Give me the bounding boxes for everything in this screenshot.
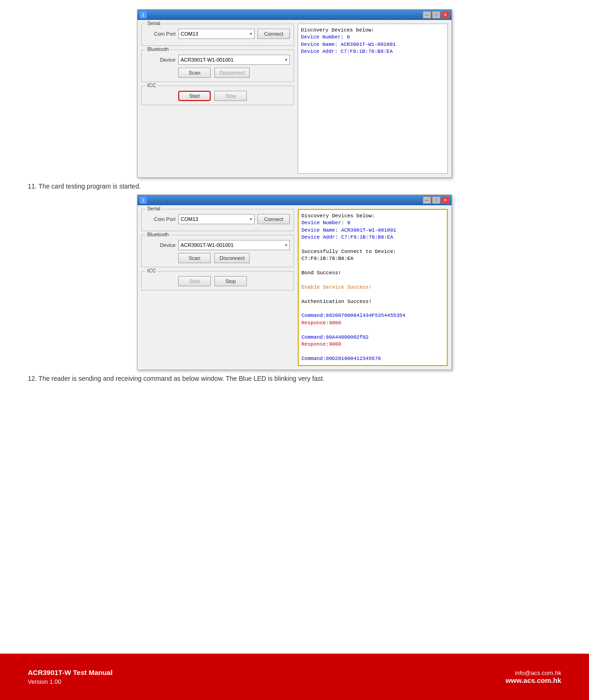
dialog2-titlebar: i — □ ✕ [138, 195, 451, 205]
bluetooth-label: Bluetooth [145, 46, 170, 52]
d2-log-line-20 [301, 348, 444, 355]
dialog1-log: Discovery Devices below: Device Number: … [298, 24, 448, 174]
icc-buttons: Start Stop [178, 91, 290, 101]
dialog2-serial-content: Com Port COM13 Connect [145, 214, 290, 224]
d2-log-line-3: Device Name: ACR3901T-W1-001001 [301, 227, 444, 234]
dialog2-scan-button[interactable]: Scan [178, 253, 211, 263]
d2-log-line-1: Discovery Devices below: [301, 213, 444, 220]
dialog2-disconnect-button[interactable]: Disconnect [214, 253, 250, 263]
serial-label: Serial [145, 20, 162, 26]
d2-log-line-18: Command:80A44000002f02 [301, 334, 444, 341]
footer-left: ACR3901T-W Test Manual Version 1.00 [28, 668, 113, 685]
dialog2-body: Serial Com Port COM13 Connect [138, 205, 451, 370]
dialog2: i — □ ✕ Serial Com Port COM13 [137, 195, 452, 370]
minimize-button[interactable]: — [423, 11, 431, 19]
dialog2-icc-label: ICC [145, 268, 158, 273]
footer: ACR3901T-W Test Manual Version 1.00 info… [0, 654, 589, 700]
bluetooth-buttons: Scan Disconnect [178, 68, 290, 78]
restore-button[interactable]: □ [432, 11, 440, 19]
d2-log-line-5 [301, 241, 444, 248]
device-select-wrapper: ACR3901T-W1-001001 [178, 55, 290, 65]
d2-log-line-4: Device Addr: C7:F9:1B:78:B8:EA [301, 234, 444, 241]
d2-log-line-12 [301, 291, 444, 298]
start-button[interactable]: Start [178, 91, 211, 101]
footer-email: info@acs.com.hk [506, 669, 561, 676]
dialog2-log-text: Discovery Devices below: Device Number: … [301, 213, 444, 362]
dialog2-icc-buttons: Start Stop [178, 276, 290, 286]
dialog1-left-panel: Serial Com Port COM13 Connect [141, 24, 294, 174]
dialog2-comport-select-wrapper: COM13 [178, 214, 255, 224]
dialog2-comport-row: Com Port COM13 Connect [145, 214, 290, 224]
stop-button[interactable]: Stop [214, 91, 247, 101]
dialog2-controls: — □ ✕ [423, 196, 450, 204]
dialog1-body: Serial Com Port COM13 Connect [138, 20, 451, 177]
dialog2-serial-groupbox: Serial Com Port COM13 Connect [141, 209, 294, 231]
disconnect-button[interactable]: Disconnect [214, 68, 250, 78]
icc-content: Start Stop [145, 91, 290, 101]
dialog2-comport-label: Com Port [145, 216, 175, 222]
dialog2-log: Discovery Devices below: Device Number: … [298, 209, 448, 366]
dialog2-bluetooth-groupbox: Bluetooth Device ACR3901T-W1-001001 Scan [141, 235, 294, 267]
comport-label: Com Port [145, 31, 175, 37]
dialog2-restore-button[interactable]: □ [432, 196, 440, 204]
footer-title: ACR3901T-W Test Manual [28, 668, 113, 676]
d2-log-line-10 [301, 277, 444, 284]
serial-content: Com Port COM13 Connect [145, 29, 290, 39]
dialog2-comport-select[interactable]: COM13 [178, 214, 255, 224]
dialog2-icc-content: Start Stop [145, 276, 290, 286]
dialog2-device-select[interactable]: ACR3901T-W1-001001 [178, 240, 290, 250]
dialog2-start-button[interactable]: Start [178, 276, 211, 286]
log-line-3: Device Name: ACR3901T-W1-001001 [301, 41, 445, 48]
icc-groupbox: ICC Start Stop [141, 86, 294, 105]
footer-website: www.acs.com.hk [506, 676, 561, 684]
connect-button[interactable]: Connect [257, 29, 290, 39]
footer-version: Version 1.00 [28, 678, 113, 685]
dialog1-log-text: Discovery Devices below: Device Number: … [301, 27, 445, 56]
dialog2-serial-label: Serial [145, 206, 162, 211]
comport-select-wrapper: COM13 [178, 29, 255, 39]
dialog2-device-select-wrapper: ACR3901T-W1-001001 [178, 240, 290, 250]
d2-log-line-9: Bond Success! [301, 270, 444, 277]
dialog2-device-row: Device ACR3901T-W1-001001 [145, 240, 290, 250]
d2-log-line-19: Response:9000 [301, 341, 444, 348]
device-row: Device ACR3901T-W1-001001 [145, 55, 290, 65]
dialog2-icc-groupbox: ICC Start Stop [141, 271, 294, 290]
scan-button[interactable]: Scan [178, 68, 211, 78]
d2-log-line-15: Command:80200700084l434F5354455354 [301, 312, 444, 319]
d2-log-line-21: Command:00D201000412345678 [301, 355, 444, 362]
d2-log-line-17 [301, 327, 444, 334]
dialog2-connect-button[interactable]: Connect [257, 214, 290, 224]
bluetooth-content: Device ACR3901T-W1-001001 Scan Disconnec… [145, 55, 290, 78]
comport-select[interactable]: COM13 [178, 29, 255, 39]
dialog2-bluetooth-buttons: Scan Disconnect [178, 253, 290, 263]
comport-row: Com Port COM13 Connect [145, 29, 290, 39]
serial-groupbox: Serial Com Port COM13 Connect [141, 24, 294, 46]
dialog1-icon: i [139, 11, 147, 19]
d2-log-line-11: Enable Service Success! [301, 284, 444, 291]
log-line-1: Discovery Devices below: [301, 27, 445, 34]
dialog2-minimize-button[interactable]: — [423, 196, 431, 204]
close-button[interactable]: ✕ [441, 11, 450, 19]
device-label: Device [145, 57, 175, 63]
log-line-2: Device Number: 0 [301, 34, 445, 41]
step11-text: 11. The card testing program is started. [28, 183, 561, 190]
dialog1-controls: — □ ✕ [423, 11, 450, 19]
device-select[interactable]: ACR3901T-W1-001001 [178, 55, 290, 65]
d2-log-line-2: Device Number: 0 [301, 220, 444, 227]
dialog2-device-label: Device [145, 242, 175, 248]
step12-text: 12. The reader is sending and receiving … [28, 375, 561, 382]
dialog1: i — □ ✕ Serial Com Port COM13 [137, 9, 452, 178]
dialog2-left-panel: Serial Com Port COM13 Connect [141, 209, 294, 366]
d2-log-line-6: Successfully Connect to Device: [301, 248, 444, 255]
d2-log-line-7: C7:F9:1B:78:B8:EA [301, 255, 444, 262]
dialog2-close-button[interactable]: ✕ [441, 196, 450, 204]
icc-label: ICC [145, 82, 158, 88]
dialog2-stop-button[interactable]: Stop [214, 276, 247, 286]
d2-log-line-8 [301, 263, 444, 270]
d2-log-line-16: Response:9000 [301, 320, 444, 327]
d2-log-line-14 [301, 305, 444, 312]
footer-right: info@acs.com.hk www.acs.com.hk [506, 669, 561, 684]
dialog1-titlebar: i — □ ✕ [138, 10, 451, 20]
log-line-4: Device Addr: C7:F9:1B:78:B8:EA [301, 48, 445, 55]
dialog2-bluetooth-label: Bluetooth [145, 232, 170, 237]
